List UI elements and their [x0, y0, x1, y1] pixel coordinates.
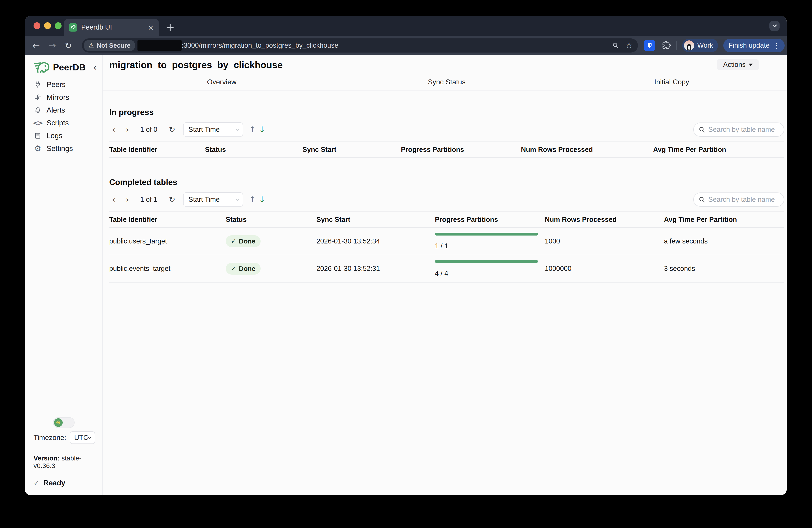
in-progress-controls: ‹ › 1 of 0 ↻ Start Time ↑ ↓: [109, 122, 784, 137]
theme-toggle-knob: ☀: [54, 418, 63, 427]
sidebar-item-mirrors[interactable]: Mirrors: [33, 91, 102, 104]
sidebar-item-logs[interactable]: Logs: [33, 129, 102, 142]
sidebar-item-alerts[interactable]: Alerts: [33, 104, 102, 116]
extensions-puzzle-icon[interactable]: [662, 41, 671, 50]
mirror-tabs: Overview Sync Status Initial Copy: [109, 78, 784, 86]
column-header: Progress Partitions: [401, 146, 521, 154]
profile-avatar: [684, 40, 694, 51]
window-zoom-button[interactable]: [55, 22, 61, 29]
zoom-magnifier-icon[interactable]: [612, 42, 619, 49]
tab-search-chevron-button[interactable]: [769, 21, 780, 31]
back-button[interactable]: ←: [32, 41, 40, 50]
finish-update-label: Finish update: [729, 42, 770, 49]
sidebar-nav: Peers Mirrors Aler: [33, 78, 102, 155]
completed-search[interactable]: [693, 192, 784, 206]
main-panel: migration_to_postgres_by_clickhouse Acti…: [103, 55, 787, 495]
not-secure-label: Not Secure: [97, 42, 130, 49]
tab-initial-copy[interactable]: Initial Copy: [559, 78, 784, 86]
new-tab-button[interactable]: +: [165, 22, 175, 33]
finish-update-button[interactable]: Finish update ⋮: [723, 39, 785, 52]
sort-field-select[interactable]: Start Time: [183, 122, 243, 137]
sort-descending-button[interactable]: ↓: [259, 196, 265, 203]
search-input[interactable]: [708, 196, 779, 203]
peerdb-favicon-icon: [69, 23, 77, 31]
sidebar-item-scripts[interactable]: <> Scripts: [33, 116, 102, 129]
table-identifier: public.events_target: [109, 265, 226, 273]
browser-window: Peerdb UI × + ← → ↻ ⚠ Not Secure :3000/m…: [25, 16, 787, 495]
forward-button[interactable]: →: [49, 41, 56, 50]
bell-icon: [33, 106, 42, 114]
completed-table-header: Table Identifier Status Sync Start Progr…: [109, 212, 784, 228]
sidebar-collapse-button[interactable]: ‹: [93, 63, 97, 72]
pagination-text: 1 of 0: [140, 126, 157, 133]
timezone-value: UTC: [74, 434, 88, 442]
table-row[interactable]: public.events_target ✓ Done 2026-01-30 1…: [109, 255, 784, 283]
sidebar-item-label: Logs: [46, 131, 62, 140]
status-label: Done: [239, 238, 255, 245]
reload-button[interactable]: ↻: [65, 42, 72, 50]
browser-toolbar: ← → ↻ ⚠ Not Secure :3000/mirrors/migrati…: [25, 36, 787, 55]
in-progress-search[interactable]: [693, 123, 784, 137]
window-minimize-button[interactable]: [44, 22, 51, 29]
progress-cell: 1 / 1: [435, 233, 545, 250]
sidebar-item-settings[interactable]: ⚙ Settings: [33, 142, 102, 155]
chevron-down-icon: [772, 23, 777, 27]
page-prev-button[interactable]: ‹: [112, 195, 116, 204]
search-input[interactable]: [708, 126, 779, 133]
mirror-arrows-icon: [33, 94, 42, 101]
tab-sync-status[interactable]: Sync Status: [334, 78, 559, 86]
window-controls: [33, 22, 61, 29]
actions-button[interactable]: Actions: [717, 59, 759, 70]
browser-menu-icon[interactable]: ⋮: [773, 42, 780, 49]
progress-cell: 4 / 4: [435, 260, 545, 277]
window-close-button[interactable]: [33, 22, 40, 29]
page-next-button[interactable]: ›: [126, 195, 129, 204]
timezone-label: Timezone:: [33, 433, 66, 442]
refresh-button[interactable]: ↻: [169, 196, 175, 203]
check-icon: ✓: [33, 480, 40, 486]
tabs-divider: [103, 90, 787, 90]
table-row[interactable]: public.users_target ✓ Done 2026-01-30 13…: [109, 228, 784, 255]
sync-start: 2026-01-30 13:52:31: [316, 265, 435, 273]
sidebar-item-label: Alerts: [46, 106, 65, 114]
sort-field-value: Start Time: [188, 126, 232, 133]
progress-label: 4 / 4: [435, 270, 545, 277]
column-header: Status: [226, 216, 316, 224]
column-header: Num Rows Processed: [545, 216, 664, 224]
brand-row: PeerDB ‹: [33, 61, 102, 73]
sidebar-item-label: Peers: [46, 80, 66, 89]
tab-overview[interactable]: Overview: [109, 78, 334, 86]
column-header: Status: [205, 146, 303, 154]
app-content: PeerDB ‹ Peers: [25, 55, 787, 495]
sidebar-item-peers[interactable]: Peers: [33, 78, 102, 91]
bookmark-star-icon[interactable]: ☆: [625, 42, 633, 50]
page-prev-button[interactable]: ‹: [112, 125, 116, 134]
profile-button[interactable]: Work: [682, 39, 718, 52]
theme-toggle[interactable]: ☀: [53, 417, 75, 428]
not-secure-badge[interactable]: ⚠ Not Secure: [84, 40, 135, 51]
peerdb-logo-icon: [33, 61, 50, 73]
sidebar-footer: ☀ Timezone: UTC Version: stable-v0.36.3: [33, 417, 102, 487]
sort-ascending-button[interactable]: ↑: [249, 196, 256, 203]
toolbar-divider: [676, 41, 677, 50]
sync-start: 2026-01-30 13:52:34: [316, 237, 435, 245]
plug-icon: [33, 81, 42, 88]
address-bar[interactable]: ⚠ Not Secure :3000/mirrors/migration_to_…: [82, 39, 638, 53]
sort-descending-button[interactable]: ↓: [259, 126, 265, 133]
sort-ascending-button[interactable]: ↑: [249, 126, 256, 133]
page-next-button[interactable]: ›: [126, 125, 129, 134]
completed-tables-section: Completed tables ‹ › 1 of 1 ↻ Start Time…: [109, 178, 784, 283]
table-identifier: public.users_target: [109, 237, 226, 245]
tab-close-icon[interactable]: ×: [148, 24, 154, 31]
search-icon: [699, 126, 705, 133]
sidebar: PeerDB ‹ Peers: [25, 55, 103, 495]
in-progress-section: In progress ‹ › 1 of 0 ↻ Start Time ↑ ↓: [109, 108, 784, 158]
bitwarden-extension-icon[interactable]: [644, 40, 655, 51]
in-progress-table-header: Table Identifier Status Sync Start Progr…: [109, 142, 784, 158]
refresh-button[interactable]: ↻: [169, 126, 175, 133]
timezone-select[interactable]: UTC: [70, 431, 95, 444]
sort-field-select[interactable]: Start Time: [183, 192, 243, 207]
completed-heading: Completed tables: [109, 178, 784, 187]
browser-tab[interactable]: Peerdb UI ×: [64, 19, 159, 36]
sidebar-item-label: Mirrors: [46, 93, 69, 102]
